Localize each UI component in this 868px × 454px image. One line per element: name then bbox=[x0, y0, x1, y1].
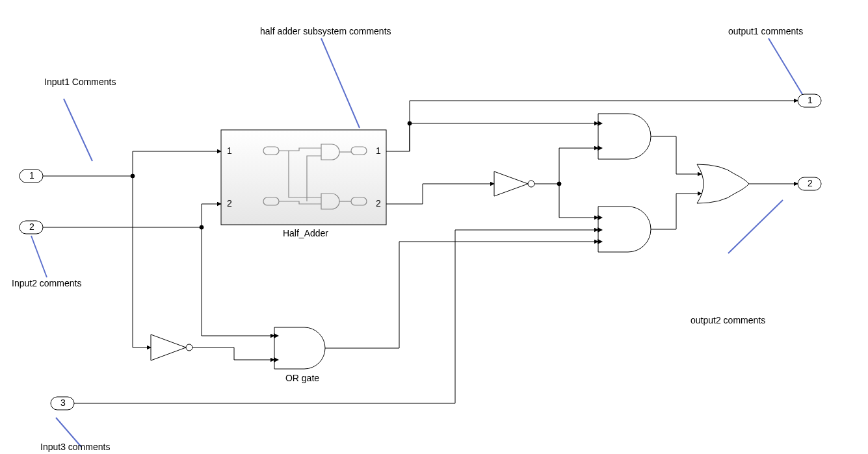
annotation-output2[interactable]: output2 comments bbox=[690, 315, 765, 325]
svg-marker-16 bbox=[151, 334, 186, 360]
inport-2-number: 2 bbox=[29, 221, 35, 232]
outport-1-number: 1 bbox=[807, 95, 813, 105]
annotation-input3[interactable]: Input3 comments bbox=[40, 442, 110, 452]
or-gate-label[interactable]: OR gate bbox=[280, 373, 325, 383]
diagram-svg bbox=[0, 0, 868, 454]
svg-line-1 bbox=[31, 236, 47, 277]
svg-line-0 bbox=[64, 99, 92, 161]
half-adder-subsystem[interactable] bbox=[221, 130, 386, 225]
svg-point-19 bbox=[528, 181, 534, 187]
and-gate-bottom[interactable] bbox=[598, 207, 651, 252]
subsys-out2-label: 2 bbox=[375, 198, 382, 208]
subsys-in1-label: 1 bbox=[226, 145, 233, 156]
svg-line-4 bbox=[769, 38, 802, 94]
svg-point-17 bbox=[186, 344, 192, 351]
annotation-output1[interactable]: output1 comments bbox=[728, 26, 803, 36]
inport-1-number: 1 bbox=[29, 170, 35, 181]
not-gate-2[interactable] bbox=[494, 171, 534, 196]
inport-3-number: 3 bbox=[60, 397, 66, 408]
final-or-gate[interactable] bbox=[697, 164, 749, 203]
half-adder-label[interactable]: Half_Adder bbox=[280, 228, 332, 238]
or-gate-block[interactable] bbox=[274, 327, 325, 369]
not-gate-1[interactable] bbox=[151, 334, 192, 360]
and-gate-top[interactable] bbox=[598, 114, 651, 159]
subsys-out1-label: 1 bbox=[375, 145, 382, 156]
outport-2-number: 2 bbox=[807, 178, 813, 188]
svg-line-5 bbox=[728, 200, 783, 253]
annotation-lines bbox=[31, 38, 802, 447]
svg-marker-18 bbox=[494, 171, 528, 196]
annotation-input1[interactable]: Input1 Comments bbox=[44, 77, 116, 87]
diagram-canvas: Input1 Comments Input2 comments Input3 c… bbox=[0, 0, 868, 454]
subsys-in2-label: 2 bbox=[226, 198, 233, 208]
svg-line-3 bbox=[321, 38, 360, 128]
annotation-input2[interactable]: Input2 comments bbox=[12, 278, 81, 288]
annotation-halfadder[interactable]: half adder subsystem comments bbox=[260, 26, 391, 36]
svg-point-23 bbox=[408, 121, 412, 125]
svg-rect-11 bbox=[221, 130, 386, 225]
